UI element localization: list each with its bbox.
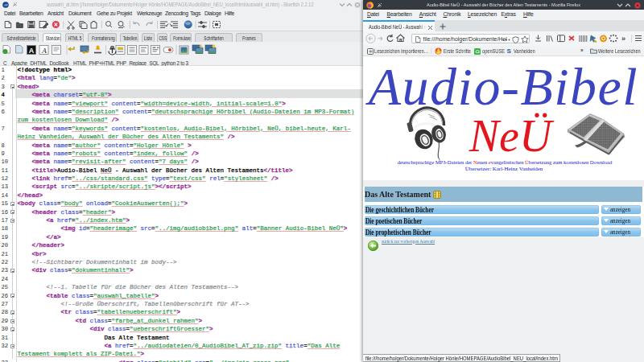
svg-text:A: A — [29, 47, 35, 55]
svg-text:A: A — [41, 47, 47, 55]
svg-text:»: » — [621, 35, 625, 43]
